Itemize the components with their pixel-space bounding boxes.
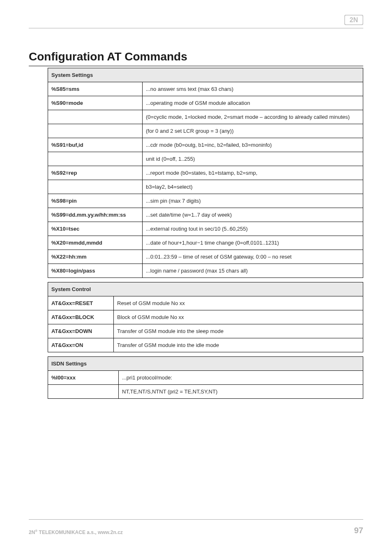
footer-page-number: 97 (354, 526, 363, 535)
table-row: (for 0 and 2 set LCR group = 3 (any)) (48, 124, 363, 138)
control-key: AT&Gxx=ON (48, 338, 114, 352)
control-value: Reset of GSM module No xx (114, 296, 363, 310)
system-settings-table: System Settings %S85=sms...no answer sms… (48, 68, 363, 278)
table-row: (0=cyclic mode, 1=locked mode, 2=smart m… (48, 110, 363, 124)
settings-value: ...report mode (b0=states, b1=tstamp, b2… (143, 166, 363, 180)
control-key: AT&Gxx=RESET (48, 296, 114, 310)
settings-value: ...login name / password (max 15 chars a… (143, 264, 363, 278)
settings-value: ...set date/time (w=1..7 day of week) (143, 208, 363, 222)
table-row: %I00=xxx...pri1 protocol/mode: (48, 371, 363, 385)
table-row: %S99=dd.mm.yy.w/hh:mm:ss...set date/time… (48, 208, 363, 222)
table-row: AT&Gxx=BLOCKBlock of GSM module No xx (48, 310, 363, 324)
settings-key (48, 110, 143, 124)
settings-value: ...date of hour+1,hour−1 time change (0=… (143, 236, 363, 250)
settings-value: ...sim pin (max 7 digits) (143, 194, 363, 208)
settings-value: (for 0 and 2 set LCR group = 3 (any)) (143, 124, 363, 138)
table-row: AT&Gxx=DOWNTransfer of GSM module into t… (48, 324, 363, 338)
settings-value: ...cdr mode (b0=outg, b1=inc, b2=failed,… (143, 138, 363, 152)
table-row: %S92=rep...report mode (b0=states, b1=ts… (48, 166, 363, 180)
settings-key: %X10=tsec (48, 222, 143, 236)
isdn-value: NT,TE,NT/S,NTNT (pri2 = TE,NT,SY,NT) (119, 385, 363, 399)
svg-text:2N: 2N (350, 16, 358, 23)
table-row: %X22=hh:mm...0:01..23:59 – time of reset… (48, 250, 363, 264)
settings-key (48, 124, 143, 138)
table-row: %S98=pin...sim pin (max 7 digits) (48, 194, 363, 208)
settings-value: unit id (0=off, 1..255) (143, 152, 363, 166)
settings-key: %S99=dd.mm.yy.w/hh:mm:ss (48, 208, 143, 222)
settings-key: %X22=hh:mm (48, 250, 143, 264)
brand-logo-icon: 2N (344, 15, 363, 25)
page-title: Configuration AT Commands (29, 50, 363, 63)
footer-company: 2N® TELEKOMUNIKACE a.s., www.2n.cz (29, 529, 123, 535)
table-row: %S90=mode...operating mode of GSM module… (48, 96, 363, 110)
isdn-key (48, 385, 119, 399)
settings-value: ...no answer sms text (max 63 chars) (143, 82, 363, 96)
control-value: Transfer of GSM module into the sleep mo… (114, 324, 363, 338)
settings-key: %S98=pin (48, 194, 143, 208)
title-underline (29, 66, 363, 66)
table-row: %X20=mmdd,mmdd...date of hour+1,hour−1 t… (48, 236, 363, 250)
table-row: unit id (0=off, 1..255) (48, 152, 363, 166)
settings-value: ...external routing tout in sec/10 (5..6… (143, 222, 363, 236)
isdn-settings-table: ISDN Settings %I00=xxx...pri1 protocol/m… (48, 356, 363, 399)
isdn-settings-table-header: ISDN Settings (48, 357, 363, 371)
table-row: %S91=buf,id...cdr mode (b0=outg, b1=inc,… (48, 138, 363, 152)
settings-value: ...0:01..23:59 – time of reset of GSM ga… (143, 250, 363, 264)
table-row: %X10=tsec...external routing tout in sec… (48, 222, 363, 236)
table-row: NT,TE,NT/S,NTNT (pri2 = TE,NT,SY,NT) (48, 385, 363, 399)
settings-value: b3=lay2, b4=select) (143, 180, 363, 194)
settings-key (48, 152, 143, 166)
settings-value: ...operating mode of GSM module allocati… (143, 96, 363, 110)
settings-key: %S85=sms (48, 82, 143, 96)
settings-key (48, 180, 143, 194)
table-row: %X80=login/pass...login name / password … (48, 264, 363, 278)
settings-key: %S91=buf,id (48, 138, 143, 152)
header-divider (29, 28, 363, 28)
isdn-value: ...pri1 protocol/mode: (119, 371, 363, 385)
settings-key: %S92=rep (48, 166, 143, 180)
page-footer: 2N® TELEKOMUNIKACE a.s., www.2n.cz 97 (29, 519, 363, 535)
control-key: AT&Gxx=BLOCK (48, 310, 114, 324)
settings-value: (0=cyclic mode, 1=locked mode, 2=smart m… (143, 110, 363, 124)
control-key: AT&Gxx=DOWN (48, 324, 114, 338)
table-row: %S85=sms...no answer sms text (max 63 ch… (48, 82, 363, 96)
table-row: b3=lay2, b4=select) (48, 180, 363, 194)
system-settings-table-header: System Settings (48, 68, 363, 82)
settings-key: %X80=login/pass (48, 264, 143, 278)
settings-key: %S90=mode (48, 96, 143, 110)
table-row: AT&Gxx=RESETReset of GSM module No xx (48, 296, 363, 310)
control-value: Block of GSM module No xx (114, 310, 363, 324)
system-control-table-header: System Control (48, 282, 363, 296)
control-value: Transfer of GSM module into the idle mod… (114, 338, 363, 352)
system-control-table: System Control AT&Gxx=RESETReset of GSM … (48, 282, 363, 352)
settings-key: %X20=mmdd,mmdd (48, 236, 143, 250)
isdn-key: %I00=xxx (48, 371, 119, 385)
table-row: AT&Gxx=ONTransfer of GSM module into the… (48, 338, 363, 352)
